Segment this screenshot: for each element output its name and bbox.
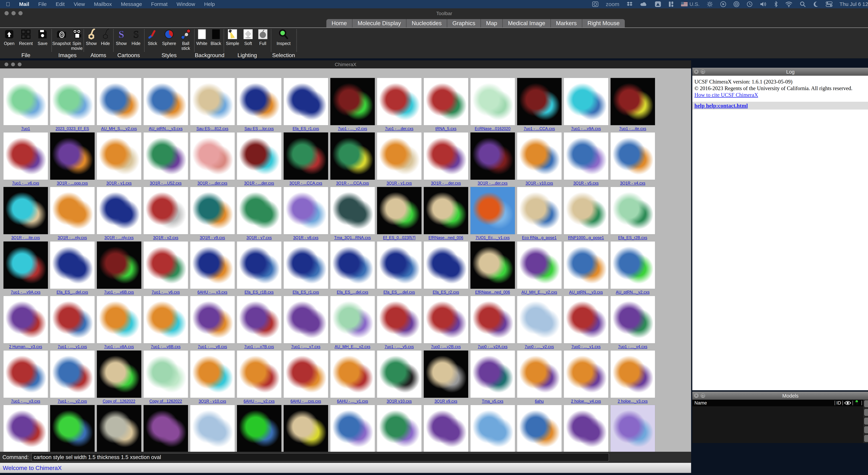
file-link[interactable]: 3Q1R - v4.cxs [609, 181, 656, 186]
session-thumbnail[interactable] [190, 296, 235, 343]
cloud-drive-icon[interactable] [640, 1, 648, 7]
cite-chimerax-link[interactable]: How to cite UCSF ChimeraX [694, 92, 758, 98]
file-link[interactable]: 7uo1 - ...v9A.cxs [563, 126, 609, 131]
session-thumbnail[interactable] [3, 187, 48, 234]
session-thumbnail[interactable] [237, 296, 282, 343]
file-link[interactable]: Efa_ES_r1B.cxs [236, 290, 282, 295]
menu-item-view[interactable]: View [73, 1, 85, 7]
session-thumbnail[interactable] [330, 350, 375, 398]
view-model-button[interactable]: View [864, 426, 868, 433]
file-link[interactable]: 7uo1 - ...CCA.cxs [516, 126, 563, 131]
tab-home[interactable]: Home [327, 19, 352, 27]
session-thumbnail[interactable] [610, 241, 655, 289]
session-thumbnail[interactable] [144, 241, 188, 289]
file-link[interactable]: 3Q1R - v9.cxs [189, 235, 236, 240]
file-link[interactable]: 6AHU - ..._v1.cxs [329, 399, 376, 404]
session-thumbnail[interactable] [190, 350, 235, 398]
file-link[interactable]: 7uo1 - ..._v1.cxs [49, 344, 96, 349]
file-link[interactable]: Tma_3Q1...RNA.cxs [329, 235, 376, 240]
file-link[interactable]: 6AHU - ..._v2.cxs [236, 399, 282, 404]
session-thumbnail[interactable] [610, 132, 655, 180]
file-link[interactable]: EcRNase...0162020 [469, 126, 516, 131]
file-link[interactable]: 3Q1R - v7.cxs [236, 235, 282, 240]
file-link[interactable]: RNP1000...g_pose1 [563, 235, 609, 240]
file-link[interactable]: EfRNase...ned_006 [469, 290, 516, 295]
session-thumbnail[interactable] [237, 78, 282, 125]
spotlight-search-icon[interactable] [800, 1, 806, 7]
session-thumbnail[interactable] [237, 187, 282, 234]
info-model-button[interactable]: Info [864, 435, 868, 442]
session-thumbnail[interactable] [283, 296, 328, 343]
file-link[interactable]: 7uo1 - ... v6.cxs [142, 290, 189, 295]
session-thumbnail[interactable] [564, 350, 609, 398]
file-link[interactable]: Tma_v5.cxs [469, 399, 516, 404]
session-thumbnail[interactable] [50, 350, 95, 398]
menu-item-edit[interactable]: Edit [56, 1, 65, 7]
dock-app-icon[interactable] [668, 1, 674, 7]
volume-icon[interactable] [760, 1, 767, 7]
command-input[interactable] [31, 453, 609, 462]
file-link[interactable]: AU_ptRN..._v3.cxs [563, 290, 609, 295]
session-thumbnail[interactable] [377, 187, 422, 234]
file-link[interactable]: Efa_ES_r1.cxs [282, 126, 329, 131]
menu-item-format[interactable]: Format [151, 1, 167, 7]
selection-inspect-button[interactable]: Inspect [277, 29, 290, 46]
session-thumbnail[interactable] [564, 405, 609, 452]
file-link[interactable]: 3Q1R - ...der.cxs [469, 181, 516, 186]
background-black-button[interactable]: Black [210, 29, 222, 46]
file-link[interactable]: 7uo0 - ..._v2.cxs [516, 344, 563, 349]
session-thumbnail[interactable] [50, 78, 95, 125]
session-thumbnail[interactable] [330, 132, 375, 180]
menu-item-message[interactable]: Message [121, 1, 142, 7]
file-link[interactable]: 7uo1 - ...v8B.cxs [142, 344, 189, 349]
session-thumbnail[interactable] [3, 78, 48, 125]
session-thumbnail[interactable] [283, 78, 328, 125]
file-link[interactable]: 7uo1 - ..._v2.cxs [49, 399, 96, 404]
session-thumbnail[interactable] [190, 405, 235, 452]
tab-markers[interactable]: Markers [551, 19, 582, 27]
session-thumbnail[interactable] [97, 296, 142, 343]
session-thumbnail[interactable] [190, 241, 235, 289]
file-link[interactable]: 7uo0 - ..._v1.cxs [563, 344, 609, 349]
file-link[interactable]: 3Q1R - ...ite.cxs [2, 235, 49, 240]
session-thumbnail[interactable] [3, 296, 48, 343]
file-link[interactable]: tRNA_5.cxs [423, 126, 469, 131]
file-link[interactable]: 7uo1 - ..._v8.cxs [189, 344, 236, 349]
session-thumbnail[interactable] [237, 132, 282, 180]
session-thumbnail[interactable] [424, 78, 468, 125]
show-model-button[interactable]: Show [864, 418, 868, 424]
file-link[interactable]: 3Q1R - ...nly.cxs [49, 235, 96, 240]
help-contact-link[interactable]: help help:contact.html [694, 102, 748, 109]
file-link[interactable]: 6ahu [516, 399, 563, 404]
session-thumbnail[interactable] [470, 241, 515, 289]
session-thumbnail[interactable] [50, 241, 95, 289]
file-open-button[interactable]: Open [3, 29, 15, 46]
file-link[interactable]: 7uo1 - ..._v5.cxs [376, 344, 423, 349]
bluetooth-icon[interactable] [774, 1, 778, 7]
lighting-full-button[interactable]: Full [257, 29, 269, 46]
menu-item-help[interactable]: Help [204, 1, 215, 7]
session-thumbnail[interactable] [50, 187, 95, 234]
menu-item-mailbox[interactable]: Mailbox [94, 1, 112, 7]
session-thumbnail[interactable] [470, 405, 515, 452]
session-thumbnail[interactable] [564, 241, 609, 289]
session-thumbnail[interactable] [330, 405, 375, 452]
session-thumbnail[interactable] [190, 132, 235, 180]
styles-sphere-button[interactable]: Sphere [162, 29, 176, 46]
session-thumbnail[interactable] [517, 350, 562, 398]
styles-ball-stick-button[interactable]: Ball stick [180, 29, 191, 51]
file-link[interactable]: 7uo1 [2, 126, 49, 131]
images-spin-movie-button[interactable]: Spin movie [71, 29, 83, 51]
session-thumbnail[interactable] [610, 296, 655, 343]
file-link[interactable]: 3Q1R - v1.cxs [96, 181, 142, 186]
session-thumbnail[interactable] [610, 350, 655, 398]
file-save-button[interactable]: Save [37, 29, 48, 46]
session-thumbnail[interactable] [330, 241, 375, 289]
cartoons-show-button[interactable]: SShow [116, 29, 127, 46]
session-thumbnail[interactable] [377, 296, 422, 343]
session-thumbnail[interactable] [237, 350, 282, 398]
session-thumbnail[interactable] [564, 187, 609, 234]
file-link[interactable]: 7uo1 - ..._v4.cxs [609, 344, 656, 349]
tab-molecule-display[interactable]: Molecule Display [352, 19, 406, 27]
menu-item-mail[interactable]: Mail [19, 1, 29, 7]
